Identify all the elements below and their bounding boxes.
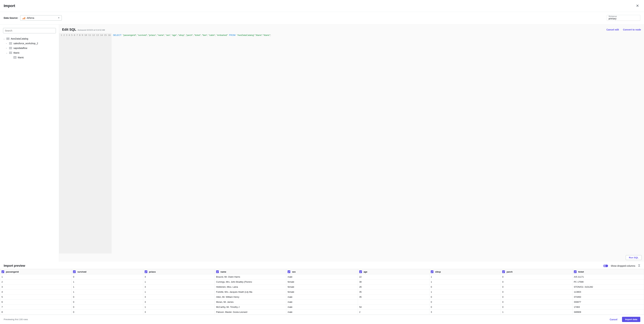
code-editor[interactable]: 1 2 3 4 5 6 7 8 9 10 11 12 13 14 15 16 S… xyxy=(59,33,644,253)
table-cell: Palsson. Master. Gosta Leonard xyxy=(214,310,286,315)
table-cell: female xyxy=(286,290,358,295)
data-source-label: Data Source: xyxy=(4,16,18,19)
cancel-button[interactable]: Cancel xyxy=(610,318,618,321)
table-cell: 0 xyxy=(501,305,572,310)
preview-title: Import preview xyxy=(4,264,25,268)
table-row: 803Palsson. Master. Gosta Leonardmale231… xyxy=(0,310,644,315)
tree-node-catalog[interactable]: ⌄AwsDataCatalog xyxy=(3,36,56,41)
column-label: parch xyxy=(506,271,512,273)
table-cell: 6 xyxy=(0,300,72,305)
table-cell: 1 xyxy=(72,290,143,295)
column-checkbox[interactable] xyxy=(431,270,434,273)
column-checkbox[interactable] xyxy=(73,270,76,273)
table-cell: 54 xyxy=(358,305,429,310)
table-cell: 26 xyxy=(358,285,429,290)
table-row: 503Allen, Mr. William Henrymale350037345… xyxy=(0,295,644,300)
column-checkbox[interactable] xyxy=(216,270,219,273)
workgroup-input[interactable] xyxy=(608,17,638,20)
table-cell: 35 xyxy=(358,290,429,295)
code-content[interactable]: SELECT "passengerid", "survived", "pclas… xyxy=(112,33,644,253)
table-row: 603Moran, Mr. Jamesmale00330877 xyxy=(0,300,644,305)
column-header: name xyxy=(214,269,286,274)
table-cell: 0 xyxy=(72,305,143,310)
preview-header: Import preview Show dropped columns xyxy=(0,262,644,269)
cancel-edit-button[interactable]: Cancel edit xyxy=(606,28,619,31)
table-cell: A/5 21171 xyxy=(572,274,644,279)
data-source-select[interactable]: Athena ▼ xyxy=(20,15,62,21)
column-label: sibsp xyxy=(435,271,441,273)
tree-caret-icon: › xyxy=(6,47,8,49)
column-checkbox[interactable] xyxy=(145,270,147,273)
table-cell: 8 xyxy=(0,310,72,315)
table-cell: male xyxy=(286,274,358,279)
table-cell: 17463 xyxy=(572,305,644,310)
table-cell: Cumings, Mrs. John Bradley (Florenc xyxy=(214,279,286,285)
table-body: 103Braund, Mr. Owen Harrismale2210A/5 21… xyxy=(0,274,644,315)
table-cell: 3 xyxy=(143,310,214,315)
table-cell: 0 xyxy=(501,300,572,305)
config-row: Data Source: Athena ▼ Workgroup xyxy=(0,12,644,25)
modal-header: Import ✕ xyxy=(0,0,644,12)
tree-node-database[interactable]: ›salesforce_workshop_2 xyxy=(6,41,56,46)
column-checkbox[interactable] xyxy=(502,270,505,273)
column-header: ticket xyxy=(572,269,644,274)
column-label: passengerid xyxy=(6,271,19,273)
table-cell: male xyxy=(286,295,358,300)
column-checkbox[interactable] xyxy=(288,270,290,273)
table-cell: STON/O2. 3101282 xyxy=(572,285,644,290)
table-cell: 0 xyxy=(501,279,572,285)
workgroup-field[interactable]: Workgroup xyxy=(607,15,640,21)
table-cell: PC 17599 xyxy=(572,279,644,285)
column-label: age xyxy=(364,271,367,273)
column-checkbox[interactable] xyxy=(359,270,362,273)
tree-node-table[interactable]: titanic xyxy=(10,55,56,60)
catalog-sidebar: ⌄AwsDataCatalog›salesforce_workshop_2›sa… xyxy=(0,25,59,262)
column-label: sex xyxy=(292,271,296,273)
footer: Previewing first 100 rows Cancel Import … xyxy=(0,315,644,324)
column-header: pclass xyxy=(143,269,214,274)
database-icon xyxy=(9,42,12,45)
tree-node-database[interactable]: ⌄titanic xyxy=(6,50,56,55)
table-cell: Allen, Mr. William Henry xyxy=(214,295,286,300)
tree-caret-icon: ⌄ xyxy=(3,38,5,40)
tree-node-label: titanic xyxy=(14,51,20,54)
table-row: 313Heikkinen, Miss. Lainafemale2600STON/… xyxy=(0,285,644,290)
page-title: Import xyxy=(4,4,15,8)
table-cell: 38 xyxy=(358,279,429,285)
show-dropped-label: Show dropped columns xyxy=(611,265,635,267)
svg-rect-1 xyxy=(24,18,24,19)
import-data-button[interactable]: Import data xyxy=(622,317,640,322)
tree-node-label: salesforce_workshop_2 xyxy=(14,42,38,45)
table-cell: 113803 xyxy=(572,290,644,295)
table-cell: McCarthy, Mr. Timothy J xyxy=(214,305,286,310)
convert-to-node-button[interactable]: Convert to node xyxy=(623,28,641,31)
table-cell: 1 xyxy=(429,274,501,279)
run-sql-button[interactable]: Run SQL xyxy=(626,255,642,260)
table-cell: 4 xyxy=(0,290,72,295)
previewing-text: Previewing first 100 rows xyxy=(4,318,28,321)
table-cell: 0 xyxy=(501,295,572,300)
workgroup-label: Workgroup xyxy=(608,15,638,17)
database-icon xyxy=(9,52,12,54)
search-input[interactable] xyxy=(3,28,56,33)
table-cell: male xyxy=(286,300,358,305)
table-cell: 2 xyxy=(358,310,429,315)
collapse-icon[interactable] xyxy=(638,264,640,267)
table-row: 211Cumings, Mrs. John Bradley (Florencfe… xyxy=(0,279,644,285)
tree-node-database[interactable]: ›sapodataflow xyxy=(6,46,56,50)
table-cell xyxy=(358,300,429,305)
editor-title: Edit SQL xyxy=(62,28,76,31)
column-checkbox[interactable] xyxy=(2,270,4,273)
chevron-down-icon: ▼ xyxy=(58,17,60,19)
table-cell: 5 xyxy=(0,295,72,300)
show-dropped-toggle[interactable] xyxy=(603,265,608,267)
close-icon[interactable]: ✕ xyxy=(634,3,640,9)
table-cell: 1 xyxy=(501,310,572,315)
table-cell: 3 xyxy=(0,285,72,290)
column-header: passengerid xyxy=(0,269,72,274)
column-checkbox[interactable] xyxy=(574,270,576,273)
svg-rect-4 xyxy=(6,39,8,40)
table-cell: male xyxy=(286,305,358,310)
table-row: 701McCarthy, Mr. Timothy Jmale540017463 xyxy=(0,305,644,310)
catalog-icon xyxy=(6,37,10,40)
